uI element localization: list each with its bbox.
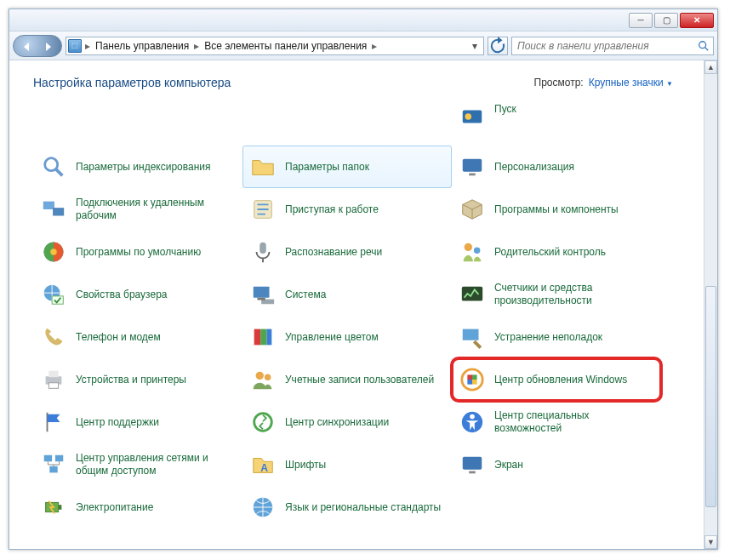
breadcrumb-sep-icon: ▸ <box>370 40 379 52</box>
view-dropdown[interactable]: Крупные значки ▼ <box>589 77 673 89</box>
svg-rect-33 <box>472 374 477 380</box>
flag-icon <box>40 409 67 436</box>
item-sync-center[interactable]: Центр синхронизации <box>242 401 452 443</box>
nav-back-forward[interactable] <box>13 35 62 57</box>
svg-rect-41 <box>55 455 63 462</box>
item-parental-controls[interactable]: Родительский контроль <box>452 231 661 273</box>
item-label: Параметры папок <box>285 161 369 174</box>
item-label: Центр специальных возможностей <box>494 409 654 435</box>
network-icon <box>40 451 67 478</box>
item-performance[interactable]: Счетчики и средства производительности <box>452 273 661 316</box>
scroll-down-button[interactable]: ▼ <box>704 535 717 549</box>
scroll-up-button[interactable]: ▲ <box>704 60 717 74</box>
item-display[interactable]: Экран <box>452 443 661 486</box>
box-icon <box>459 196 486 223</box>
svg-line-1 <box>705 47 709 50</box>
item-fonts[interactable]: A Шрифты <box>242 443 452 486</box>
item-default-programs[interactable]: Программы по умолчанию <box>33 231 242 273</box>
item-ease-of-access[interactable]: Центр специальных возможностей <box>452 401 661 443</box>
content-header: Настройка параметров компьютера Просмотр… <box>33 76 693 89</box>
item-region-language[interactable]: Язык и региональные стандарты <box>242 486 452 529</box>
printer-icon <box>40 366 67 393</box>
item-devices-printers[interactable]: Устройства и принтеры <box>33 358 242 401</box>
windows-update-icon <box>459 366 486 393</box>
generic-icon <box>40 103 67 130</box>
svg-point-30 <box>265 374 271 380</box>
content-inner: Настройка параметров компьютера Просмотр… <box>9 60 704 549</box>
items-grid: Пуск Параметры индексирования Параметры … <box>33 103 693 529</box>
item-troubleshooting[interactable]: Устранение неполадок <box>452 316 661 358</box>
address-dropdown-icon[interactable]: ▾ <box>468 40 482 52</box>
svg-rect-25 <box>463 329 479 340</box>
item-network-sharing[interactable]: Центр управления сетями и общим доступом <box>33 443 242 486</box>
maximize-button[interactable]: ▢ <box>654 13 678 28</box>
svg-rect-24 <box>267 329 272 346</box>
item-label: Телефон и модем <box>76 331 161 344</box>
item-action-center[interactable]: Центр поддержки <box>33 401 242 443</box>
item-label: Приступая к работе <box>285 203 379 216</box>
breadcrumb-sep-icon: ▸ <box>83 40 92 52</box>
default-programs-icon <box>40 238 67 266</box>
svg-line-5 <box>56 169 63 176</box>
item-indexing-options[interactable]: Параметры индексирования <box>33 146 242 188</box>
page-title: Настройка параметров компьютера <box>33 76 231 89</box>
breadcrumb-item[interactable]: Все элементы панели управления <box>202 40 368 52</box>
svg-rect-27 <box>48 371 58 378</box>
svg-rect-28 <box>48 383 58 389</box>
remote-icon <box>40 196 67 223</box>
start-icon <box>459 103 486 130</box>
vertical-scrollbar[interactable]: ▲ ▼ <box>704 60 717 549</box>
item-label: Счетчики и средства производительности <box>494 282 654 307</box>
svg-rect-17 <box>52 296 63 304</box>
item-label: Устранение неполадок <box>494 331 602 344</box>
search-box[interactable] <box>511 37 714 55</box>
item-label: Центр поддержки <box>76 416 159 429</box>
svg-point-3 <box>465 113 472 120</box>
display-icon <box>459 451 486 478</box>
item-color-management[interactable]: Управление цветом <box>242 316 452 358</box>
item-phone-modem[interactable]: Телефон и модем <box>33 316 242 358</box>
item-label: Пуск <box>494 103 516 116</box>
item-speech-recognition[interactable]: Распознавание речи <box>242 231 452 273</box>
item-programs-features[interactable]: Программы и компоненты <box>452 188 661 231</box>
item-truncated[interactable] <box>242 103 452 134</box>
sync-icon <box>249 409 277 436</box>
item-windows-update[interactable]: Центр обновления Windows <box>452 358 661 401</box>
address-bar[interactable]: ⬚ ▸ Панель управления ▸ Все элементы пан… <box>66 37 484 55</box>
chevron-down-icon: ▼ <box>666 80 673 88</box>
item-internet-options[interactable]: Свойства браузера <box>33 273 242 316</box>
item-start[interactable]: Пуск <box>452 103 661 134</box>
wrench-icon <box>459 323 486 351</box>
search-input[interactable] <box>516 39 698 53</box>
breadcrumb-item[interactable]: Панель управления <box>94 40 191 52</box>
svg-rect-40 <box>44 455 52 462</box>
svg-rect-44 <box>463 457 482 470</box>
item-label: Программы по умолчанию <box>76 246 201 259</box>
item-folder-options[interactable]: Параметры папок <box>242 146 452 188</box>
scroll-track[interactable] <box>704 74 717 535</box>
item-getting-started[interactable]: Приступая к работе <box>242 188 452 231</box>
svg-rect-23 <box>260 329 267 346</box>
refresh-button[interactable] <box>488 37 508 55</box>
item-remote-connections[interactable]: Подключения к удаленным рабочим <box>33 188 242 231</box>
item-label: Язык и региональные стандарты <box>285 501 441 514</box>
minimize-button[interactable]: ─ <box>629 13 653 28</box>
item-user-accounts[interactable]: Учетные записи пользователей <box>242 358 452 401</box>
item-system[interactable]: Система <box>242 273 452 316</box>
control-panel-icon: ⬚ <box>68 39 82 53</box>
svg-rect-42 <box>49 466 57 473</box>
power-icon <box>40 494 67 521</box>
item-label: Центр управления сетями и общим доступом <box>76 452 236 477</box>
scroll-thumb[interactable] <box>705 286 716 507</box>
item-label: Учетные записи пользователей <box>285 374 434 386</box>
item-power-options[interactable]: Электропитание <box>33 486 242 529</box>
close-button[interactable]: ✕ <box>680 13 714 28</box>
color-icon <box>249 323 277 351</box>
item-truncated[interactable] <box>33 103 242 134</box>
monitor-icon <box>459 153 486 180</box>
svg-point-12 <box>50 249 57 255</box>
content-area: Настройка параметров компьютера Просмотр… <box>9 60 717 549</box>
item-personalization[interactable]: Персонализация <box>452 146 661 188</box>
svg-point-4 <box>45 158 58 171</box>
item-label: Родительский контроль <box>494 246 606 259</box>
